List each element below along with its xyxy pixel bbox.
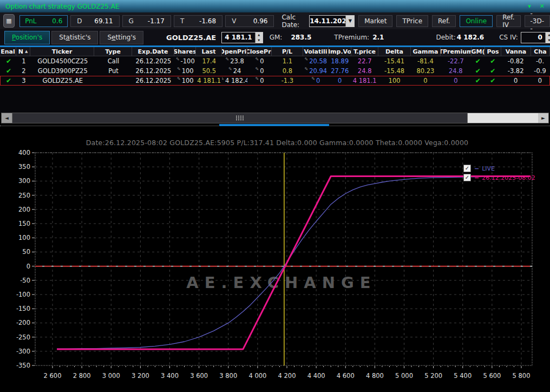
- legend-checkbox[interactable]: ✓: [463, 174, 471, 181]
- toolbar-button--3d-[interactable]: --3D--: [525, 15, 550, 27]
- cell-gm[interactable]: ✔: [471, 67, 484, 75]
- cell-closepri[interactable]: ✎0: [247, 57, 272, 66]
- table-row[interactable]: ✔2GOLD3900PZ25Put26.12.2025✎10050.5✎24✎0…: [0, 66, 550, 76]
- cell-pos[interactable]: ✔: [484, 57, 501, 66]
- price-stepper[interactable]: 4 181.1 ▲ ▼: [221, 32, 263, 43]
- vega-indicator: V 0.96: [225, 15, 274, 27]
- cell-volatility[interactable]: ✎20.58: [303, 57, 329, 66]
- column-header-delta[interactable]: Delta: [378, 47, 411, 56]
- cell-openpri[interactable]: ✎4 182.4: [222, 76, 247, 85]
- horizontal-scrollbar[interactable]: ◄ ►: [1, 113, 549, 123]
- toolbar-button-ref-[interactable]: Ref.: [432, 15, 456, 27]
- column-header-gm[interactable]: GM(: [472, 47, 485, 56]
- scrollbar-track[interactable]: [468, 113, 538, 123]
- tab-statistic-s[interactable]: Statistic's: [51, 31, 98, 44]
- cell-gm[interactable]: ✔: [471, 57, 484, 66]
- tab-setting-s[interactable]: Setting's: [100, 31, 143, 44]
- window-title: Option chart strategy GOLDZ25.AE: [5, 3, 120, 10]
- column-header-vanna[interactable]: Vanna: [501, 47, 531, 56]
- check-icon[interactable]: ✔: [490, 77, 495, 84]
- tab-row: Position'sStatistic'sSetting's GOLDZ25.A…: [0, 29, 550, 45]
- column-header-cha[interactable]: Cha: [531, 47, 550, 56]
- svg-text:-350: -350: [16, 362, 30, 369]
- check-icon[interactable]: ✔: [475, 67, 481, 75]
- cell-pos[interactable]: ✔: [484, 67, 501, 75]
- check-icon[interactable]: ✔: [475, 57, 481, 65]
- price-value[interactable]: 4 181.1: [222, 32, 254, 43]
- pnl-indicator[interactable]: PnL 0.6: [19, 15, 68, 27]
- cell-cha: -0.: [531, 57, 549, 66]
- column-header-gamma[interactable]: Gamma: [411, 47, 441, 56]
- toolbar-button-online[interactable]: Online: [460, 15, 493, 27]
- scroll-right-icon[interactable]: ►: [538, 113, 548, 123]
- column-header-type[interactable]: Type: [94, 47, 132, 56]
- cell-volatility[interactable]: ✎20.94: [303, 67, 329, 75]
- scroll-left-icon[interactable]: ◄: [2, 113, 12, 123]
- edit-pencil-icon: ✎: [177, 76, 181, 81]
- check-icon[interactable]: ✔: [6, 67, 11, 75]
- cell-closepri[interactable]: ✎0: [247, 67, 272, 75]
- column-header-shares[interactable]: Shares: [174, 47, 196, 56]
- cell-pos[interactable]: ✔: [484, 76, 501, 85]
- column-header-openpri[interactable]: OpenPri(: [222, 47, 247, 56]
- symbol-label: GOLDZ25.AE: [166, 34, 216, 42]
- toolbar-button-ref-iv[interactable]: Ref. IV: [496, 15, 520, 27]
- column-header-pl[interactable]: P/L: [272, 47, 303, 56]
- cell-tpremium: -22.7: [440, 57, 471, 66]
- calc-date-dropdown-icon[interactable]: ▼: [345, 16, 354, 27]
- cell-shares[interactable]: ✎-100: [174, 57, 196, 66]
- table-header-row: EnalN▲TickerTypeExp.DateSharesLastOpenPr…: [0, 47, 550, 56]
- column-header-ticker[interactable]: Ticker: [30, 47, 94, 56]
- calc-date-field[interactable]: 14.11.2025 ▼: [309, 15, 355, 27]
- column-header-tprice[interactable]: T.price: [351, 47, 378, 56]
- panel-splitter-handle[interactable]: [219, 124, 329, 126]
- gm-value: 283.5: [291, 34, 311, 41]
- check-icon[interactable]: ✔: [490, 67, 495, 75]
- cell-volatility[interactable]: ✎0: [303, 76, 329, 85]
- cell-shares[interactable]: ✎100: [174, 67, 196, 75]
- calc-date-value[interactable]: 14.11.2025: [310, 17, 345, 25]
- column-header-last[interactable]: Last: [196, 47, 222, 56]
- check-icon[interactable]: ✔: [475, 77, 481, 84]
- column-header-impvol[interactable]: Imp.Vo: [329, 47, 351, 56]
- column-header-volatility[interactable]: Volatili: [303, 47, 329, 56]
- toolbar-button-market[interactable]: Market: [358, 15, 392, 27]
- price-step-down-icon[interactable]: ▼: [256, 37, 263, 43]
- cell-openpri[interactable]: ✎24: [222, 67, 247, 75]
- check-icon[interactable]: ✔: [490, 57, 495, 65]
- cell-enal[interactable]: ✔: [1, 67, 17, 75]
- column-header-enal[interactable]: Enal: [0, 47, 16, 56]
- column-header-closepri[interactable]: ClosePri: [247, 47, 272, 56]
- cell-value: 0: [316, 77, 320, 84]
- cell-openpri[interactable]: ✎23.8: [222, 57, 247, 66]
- tab-position-s[interactable]: Position's: [4, 31, 50, 44]
- cell-enal[interactable]: ✔: [1, 57, 17, 66]
- cell-gm[interactable]: ✔: [471, 76, 484, 85]
- cell-closepri[interactable]: ✎0: [247, 76, 272, 85]
- cs-iv-step-down-icon[interactable]: ▼: [546, 37, 550, 43]
- cell-shares[interactable]: ✎100: [174, 76, 196, 85]
- delta-indicator: D 69.11: [70, 15, 119, 27]
- column-header-n[interactable]: N▲: [16, 47, 30, 56]
- column-header-expdate[interactable]: Exp.Date: [132, 47, 174, 56]
- column-header-tpremium[interactable]: TPremium: [441, 47, 472, 56]
- column-header-pos[interactable]: Pos: [485, 47, 501, 56]
- cell-type: [95, 76, 133, 85]
- cell-enal[interactable]: ✔: [1, 76, 17, 85]
- check-icon[interactable]: ✔: [6, 77, 11, 84]
- table-row[interactable]: ✔3GOLDZ25.AE26.12.2025✎1004 181.1✎4 182.…: [0, 76, 550, 86]
- cell-expdate: 26.12.2025: [133, 67, 175, 75]
- cs-iv-value[interactable]: 0: [521, 32, 545, 43]
- minimize-icon[interactable]: ▾: [528, 3, 531, 10]
- legend-checkbox[interactable]: ✓: [463, 165, 471, 172]
- check-icon[interactable]: ✔: [6, 57, 11, 65]
- svg-text:5 400: 5 400: [454, 372, 472, 380]
- close-icon[interactable]: ✕: [540, 3, 545, 10]
- app-icon[interactable]: ▦: [3, 14, 15, 28]
- price-step-up-icon[interactable]: ▲: [256, 32, 263, 38]
- toolbar-button-tprice[interactable]: TPrice: [396, 15, 428, 27]
- scrollbar-thumb[interactable]: [12, 113, 468, 123]
- table-row[interactable]: ✔1GOLD4500CZ25Call26.12.2025✎-10017.4✎23…: [0, 56, 550, 66]
- cs-iv-stepper[interactable]: 0 ▲ ▼: [521, 32, 550, 43]
- cs-iv-step-up-icon[interactable]: ▲: [546, 32, 550, 38]
